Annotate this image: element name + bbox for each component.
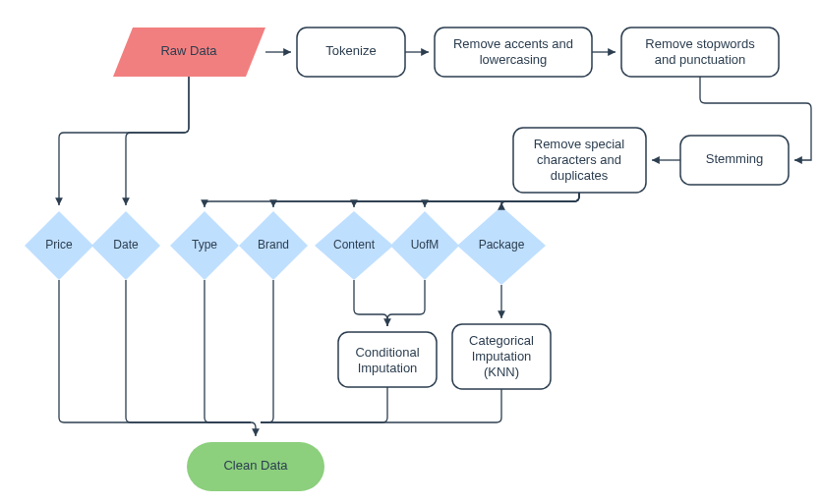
uofm-diamond: UofM <box>390 211 459 280</box>
remove-special-l2: characters and <box>537 152 621 167</box>
type-diamond: Type <box>170 211 239 280</box>
tokenize-node: Tokenize <box>297 28 405 77</box>
package-label: Package <box>479 238 525 252</box>
categorical-l1: Categorical <box>469 333 534 348</box>
price-diamond: Price <box>25 211 93 280</box>
remove-special-node: Remove special characters and duplicates <box>513 128 646 193</box>
brand-diamond: Brand <box>239 211 308 280</box>
conditional-imputation-node: Conditional Imputation <box>338 332 437 387</box>
conditional-l2: Imputation <box>358 361 418 375</box>
content-label: Content <box>333 238 376 252</box>
remove-stopwords-l2: and punctuation <box>655 52 746 67</box>
date-diamond: Date <box>91 211 160 280</box>
remove-stopwords-l1: Remove stopwords <box>645 36 755 51</box>
remove-accents-l1: Remove accents and <box>453 36 573 51</box>
categorical-l3: (KNN) <box>484 364 519 379</box>
stemming-label: Stemming <box>706 151 764 166</box>
raw-data-node: Raw Data <box>113 28 265 77</box>
remove-accents-l2: lowercasing <box>480 52 548 67</box>
content-diamond: Content <box>315 211 393 280</box>
uofm-label: UofM <box>411 238 440 252</box>
stemming-node: Stemming <box>680 136 789 185</box>
clean-data-node: Clean Data <box>187 442 324 491</box>
type-label: Type <box>192 238 217 252</box>
conditional-l1: Conditional <box>355 345 419 360</box>
package-diamond: Package <box>457 206 546 285</box>
tokenize-label: Tokenize <box>325 43 376 58</box>
price-label: Price <box>45 238 73 252</box>
remove-stopwords-node: Remove stopwords and punctuation <box>621 28 779 77</box>
remove-special-l3: duplicates <box>551 168 609 183</box>
date-label: Date <box>113 238 139 252</box>
remove-accents-node: Remove accents and lowercasing <box>435 28 592 77</box>
raw-data-label: Raw Data <box>160 43 217 58</box>
brand-label: Brand <box>258 238 289 252</box>
clean-data-label: Clean Data <box>223 458 288 473</box>
categorical-l2: Imputation <box>472 349 532 364</box>
remove-special-l1: Remove special <box>534 137 625 151</box>
categorical-imputation-node: Categorical Imputation (KNN) <box>452 324 551 389</box>
